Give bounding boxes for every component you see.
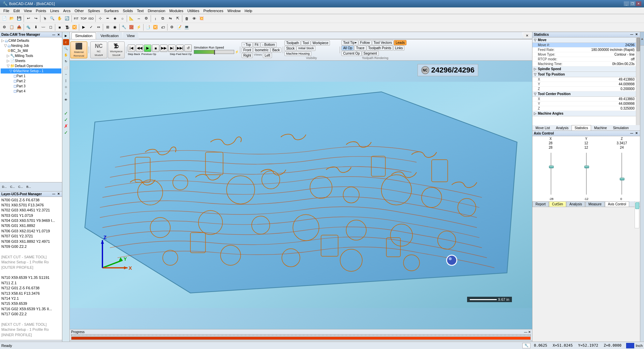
bp-tab-axis-control[interactable]: Axis Control (605, 201, 629, 207)
sidebar-dim-icon[interactable]: ↕ (63, 90, 69, 96)
speed-slider-thumb[interactable] (214, 50, 215, 55)
settings-btn[interactable]: ⚙ (168, 24, 176, 31)
stats-scrollbar[interactable] (636, 37, 640, 125)
axis-y-thumb[interactable] (584, 166, 589, 168)
bp-tab-analysis[interactable]: Analysis (566, 201, 585, 207)
menu-arcs[interactable]: Arcs (61, 8, 72, 13)
machine-housing-vis-btn[interactable]: Machine Housing (284, 51, 311, 56)
menu-file[interactable]: File (1, 8, 11, 13)
next-op-button[interactable]: ▶▶| (176, 45, 184, 52)
axis-close[interactable]: ✕ (635, 132, 639, 135)
tree-default-ops[interactable]: ▽ 📁 Default Operations (1, 63, 61, 68)
machine-angles-header[interactable]: ▷ Machine Angles (532, 111, 636, 116)
redo-button[interactable]: ↪ (32, 15, 39, 22)
tab-verification[interactable]: Verification (97, 32, 122, 39)
save-button[interactable]: 💾 (16, 15, 23, 22)
ucs-btn[interactable]: 🔀 (152, 24, 159, 31)
stats-row-move-num[interactable]: Move #: 24296 (532, 43, 636, 48)
toolpath-vis-btn[interactable]: Toolpath (284, 40, 301, 46)
stats-close[interactable]: ✕ (635, 33, 639, 36)
menu-modules[interactable]: Modules (167, 8, 185, 13)
tooltip-render-btn[interactable]: Tool Tip▾ (341, 40, 358, 45)
sidebar-check-green[interactable]: ✓ (63, 110, 69, 116)
prop-btn[interactable]: ⚙ (143, 15, 150, 22)
stats-tab-statistics[interactable]: Statistics (572, 125, 591, 130)
zoom-button[interactable]: 🔍 (49, 15, 56, 22)
fit-button[interactable]: FIT (72, 15, 80, 22)
stats-tab-movelist[interactable]: Move List (532, 125, 553, 130)
mirror-btn[interactable]: ⇋ (166, 15, 174, 22)
attr-btn[interactable]: 🏷 (159, 24, 166, 31)
sidebar-arrow-icon[interactable]: ▶ (63, 33, 69, 39)
macro-btn[interactable]: 📝 (176, 24, 183, 31)
simulate-btn[interactable]: ▶ (80, 24, 87, 31)
tool-tip-header[interactable]: ▽ Tool Tip Position (532, 72, 636, 77)
layer-minimize[interactable]: — (52, 192, 56, 196)
axis-z-slider[interactable] (605, 151, 639, 196)
minimize-button[interactable]: _ (624, 1, 629, 6)
drill-btn[interactable]: ⬇ (32, 24, 39, 31)
follow-render-btn[interactable]: Follow (359, 40, 372, 45)
workpiece-vis-btn[interactable]: Workpiece (311, 40, 330, 46)
restart-button[interactable]: ↺ (184, 45, 192, 52)
draw-icon[interactable]: D... (1, 183, 8, 191)
close-sim-x[interactable]: ✕ (523, 33, 531, 38)
initial-stock-vis-btn[interactable]: Initial Stock (297, 46, 315, 51)
menu-solids[interactable]: Solids (121, 8, 135, 13)
sidebar-fit-icon[interactable]: ↔ (63, 71, 69, 77)
links-btn[interactable]: Links (393, 46, 404, 51)
stats-tab-analysis[interactable]: Analysis (553, 125, 572, 130)
pocket-btn[interactable]: ◻ (47, 24, 54, 31)
menu-window[interactable]: Window (225, 8, 243, 13)
sidebar-x-red[interactable]: ✗ (63, 123, 69, 129)
axis-z-thumb[interactable] (620, 178, 624, 180)
tree-part3[interactable]: ◻ Part 3 (1, 84, 61, 89)
left-view-btn[interactable]: Left (263, 53, 272, 58)
layer-btn[interactable]: 📑 (144, 24, 152, 31)
tree-milling-tools[interactable]: ▷ 🔧 Milling Tools (1, 53, 61, 58)
spindle-header[interactable]: ▷ Spindle Speed (532, 66, 636, 72)
post-btn[interactable]: 📤 (16, 24, 23, 31)
wcs-btn[interactable]: 🔀 (71, 24, 78, 31)
menu-help[interactable]: Help (243, 8, 254, 13)
fit-view-btn[interactable]: Fit (253, 42, 260, 47)
segment-btn[interactable]: Segment (362, 51, 379, 56)
menu-other[interactable]: Other (72, 8, 86, 13)
tree-bc3x-mill[interactable]: ⚙ BC_3x_Mill (1, 48, 61, 53)
stats-center-z[interactable]: Z 0.325000 (532, 106, 636, 111)
sidebar-check-green2[interactable]: ✓ (63, 117, 69, 123)
menu-utilities[interactable]: Utilities (185, 8, 201, 13)
step-fwd-button[interactable]: ▶| (168, 45, 176, 52)
menu-points[interactable]: Points (34, 8, 48, 13)
pan-button[interactable]: ✋ (56, 15, 63, 22)
sidebar-window-icon[interactable]: ⬜ (63, 65, 69, 71)
allop-btn[interactable]: All Op (341, 46, 354, 51)
z-scroll-thumb[interactable] (635, 202, 639, 209)
nc-mode-button[interactable]: NC NC Mode▾ (90, 41, 107, 58)
tool-vis-btn[interactable]: Tool (301, 40, 310, 46)
tree-machine-setup[interactable]: ▽ ⚙ Machine Setup - 1 (1, 68, 61, 74)
tree-cam-defaults[interactable]: ▷ 🗂 CAM Defaults (1, 38, 61, 43)
workpiece-button[interactable]: 🗜 Workpiece Stock▾ (108, 41, 125, 58)
prev-op-button[interactable]: ◀◀ (136, 45, 143, 52)
top-view-button[interactable]: TOP (80, 15, 87, 22)
speed-slider-track[interactable] (194, 50, 234, 54)
contour-btn[interactable]: 〰 (39, 24, 47, 31)
menu-text[interactable]: Text (135, 8, 146, 13)
sidebar-select-icon[interactable]: ⊹ (63, 84, 69, 90)
stats-tip-y[interactable]: Y 44.009998 (532, 82, 636, 87)
stats-scrollbar-thumb[interactable] (637, 38, 640, 51)
bottom-view-btn[interactable]: ↓Bottom (260, 42, 277, 47)
restore-button[interactable]: ❐ (630, 1, 635, 6)
job-btn[interactable]: 📋 (8, 24, 16, 31)
tool-vectors-btn[interactable]: Tool Vectors (372, 40, 394, 45)
menu-view[interactable]: View (22, 8, 34, 13)
fast-forward-button[interactable]: ▶▶ (160, 45, 167, 52)
stats-tab-machine[interactable]: Machine (591, 125, 610, 130)
select-button[interactable]: 🖱 (41, 15, 49, 22)
back-view-btn[interactable]: Back (271, 48, 281, 53)
right-view-btn[interactable]: Right (242, 53, 253, 58)
del-btn[interactable]: 🗑 (183, 15, 190, 22)
dim-btn[interactable]: ↔ (135, 15, 143, 22)
bp-tab-cutsim[interactable]: CutSim (549, 201, 566, 207)
